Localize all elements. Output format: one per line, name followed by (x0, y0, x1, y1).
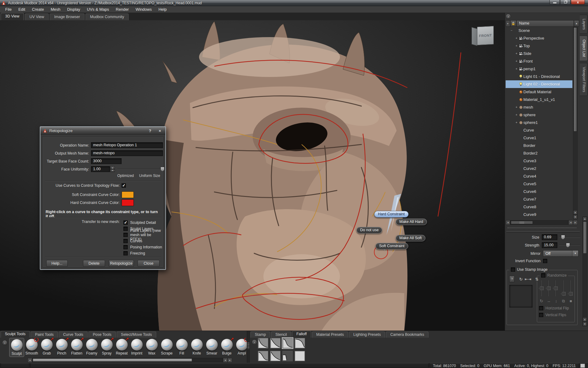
stamp-hflip-icon[interactable]: ⇤⇥ (525, 277, 531, 282)
tab-3d-view[interactable]: 3D View (1, 13, 24, 20)
tree-expander[interactable]: − (510, 29, 513, 32)
menu-help[interactable]: Help (155, 6, 170, 12)
tree-expander[interactable]: + (515, 113, 518, 117)
tree-expander[interactable]: + (515, 44, 518, 48)
checkbox-posing-information[interactable] (123, 245, 128, 249)
tree-scroll-left-button[interactable]: ◂ (506, 220, 510, 225)
hard-constraint-color-swatch[interactable] (122, 199, 134, 206)
falloff-preset-5[interactable] (258, 351, 268, 361)
checkbox-paint-layers-new-mesh-will-be-ptex[interactable] (123, 233, 128, 237)
falloff-preset-3[interactable] (282, 338, 293, 348)
size-input[interactable]: 0.69 (542, 234, 557, 240)
checkbox-sculpt-layers[interactable] (123, 227, 128, 231)
horizontal-flip-checkbox[interactable] (539, 306, 543, 310)
tree-item-curve3[interactable]: Curve3 (506, 157, 572, 165)
tool-foamy[interactable]: Foamy (84, 338, 99, 357)
checkbox-freezing[interactable] (123, 251, 128, 255)
falloff-preset-4[interactable] (295, 338, 305, 348)
tree-item-persp1[interactable]: +persp1 (506, 65, 572, 73)
tab-curve-tools[interactable]: Curve Tools (59, 332, 88, 338)
presets-expand-button[interactable]: › (252, 339, 257, 345)
size-slider[interactable] (559, 234, 580, 240)
randomize-slider-5[interactable] (569, 280, 571, 296)
tree-item-curve1[interactable]: Curve1 (506, 134, 572, 142)
tool-flatten[interactable]: ↗Flatten (69, 338, 84, 357)
menu-windows[interactable]: Windows (132, 6, 155, 12)
tab-uv-view[interactable]: UV View (25, 13, 49, 20)
tree-expander[interactable]: + (515, 36, 518, 40)
tree-header-button[interactable]: ▸ (506, 20, 510, 27)
vertical-flips-checkbox[interactable] (539, 313, 543, 317)
tree-item-curve9[interactable]: Curve9 (506, 211, 572, 218)
tree-item-curve2[interactable]: Curve2 (506, 165, 572, 172)
tree-item-perspective[interactable]: +Perspective (506, 34, 572, 42)
chevron-down-icon[interactable]: ▼ (572, 251, 578, 256)
checkbox-sculpted-detail[interactable] (123, 220, 128, 225)
tab-image-browser[interactable]: Image Browser (50, 13, 85, 20)
tree-expander[interactable]: + (515, 52, 518, 55)
tool-smooth[interactable]: Smooth (24, 338, 39, 357)
tool-sculpt[interactable]: Sculpt (9, 338, 24, 357)
stamp-preview-box[interactable] (509, 285, 533, 308)
tab-pose-tools[interactable]: Pose Tools (89, 332, 116, 338)
properties-scroll-up-button-2[interactable]: ▲ (583, 317, 587, 321)
tree-item-material-1-u1-v1[interactable]: Material_1_u1_v1 (506, 96, 572, 103)
panel-splitter[interactable] (507, 228, 576, 228)
tool-grab[interactable]: ↗Grab (39, 338, 54, 357)
close-button[interactable]: Close (138, 260, 160, 267)
tree-scroll-up-button[interactable]: ▲ (574, 20, 579, 27)
operation-name-input[interactable]: mesh Retopo Operation 1 (91, 142, 163, 148)
tools-scroll-left-button-2[interactable]: ◂ (223, 358, 228, 362)
menu-edit[interactable]: Edit (15, 6, 28, 12)
tree-item-mesh[interactable]: +mesh (506, 103, 572, 111)
tree-item-curve7[interactable]: Curve7 (506, 195, 572, 203)
view-cube-front-face[interactable]: FRONT (477, 26, 494, 45)
help-button[interactable]: Help... (46, 260, 68, 267)
tree-item-side[interactable]: +Side (506, 50, 572, 57)
tree-item-sphere1[interactable]: +sphere1 (506, 119, 572, 126)
output-mesh-name-input[interactable]: mesh-retopo (91, 150, 163, 156)
falloff-preset-2[interactable] (270, 338, 281, 348)
panel-collapse-button[interactable]: › (506, 14, 511, 19)
tool-wax[interactable]: Wax (144, 338, 159, 357)
marking-menu-hard-constraint[interactable]: Hard Constraint (374, 211, 409, 217)
randomize-slider-4[interactable] (562, 280, 564, 296)
randomize-slider-1[interactable] (540, 280, 542, 296)
tree-scroll-up-button-2[interactable]: ▲ (573, 210, 577, 214)
marking-menu-make-all-hard[interactable]: Make All Hard (396, 219, 427, 225)
lock-icon[interactable] (510, 20, 516, 27)
tab-lighting-presets[interactable]: Lighting Presets (349, 332, 385, 338)
stamp-browse-button[interactable]: ? (509, 276, 514, 282)
randomize-slider-2[interactable] (547, 280, 549, 296)
face-uniformity-spinner[interactable]: ▲▼ (110, 166, 115, 172)
dialog-help-button[interactable]: ? (147, 128, 153, 133)
side-tab-layers[interactable]: Layers (580, 15, 588, 34)
tree-item-scene[interactable]: −Scene (506, 27, 572, 34)
tray-splitter[interactable] (247, 331, 250, 363)
tab-stencil[interactable]: Stencil (271, 332, 291, 338)
properties-scrollbar[interactable]: ▲ ▲ ▼ (582, 217, 587, 326)
face-uniformity-slider[interactable] (117, 166, 164, 172)
tree-item-curve6[interactable]: Curve6 (506, 188, 572, 195)
menu-display[interactable]: Display (64, 6, 84, 12)
target-face-count-input[interactable]: 3000 (91, 158, 122, 164)
tree-item-light-01-directional[interactable]: Light 01 - Directional (506, 73, 572, 80)
marking-menu-make-all-soft[interactable]: Make All Soft (396, 235, 425, 241)
use-curves-checkbox[interactable] (122, 183, 126, 188)
restore-button[interactable] (560, 0, 571, 5)
tree-item-sphere[interactable]: +sphere (506, 111, 572, 119)
retopologize-button[interactable]: Retopologize (109, 260, 134, 267)
properties-scroll-up-button[interactable]: ▲ (583, 217, 587, 221)
minimize-button[interactable] (549, 0, 560, 5)
tree-expander[interactable]: + (515, 59, 518, 63)
dialog-close-button[interactable]: × (157, 128, 163, 133)
tree-expander[interactable]: + (515, 121, 518, 124)
tab-sculpt-tools[interactable]: Sculpt Tools (1, 331, 30, 338)
tool-fill[interactable]: Fill (174, 338, 189, 357)
marking-menu-do-not-use[interactable]: Do not use (356, 227, 382, 233)
delete-button[interactable]: Delete (83, 260, 105, 267)
side-tab-object-list[interactable]: Object List (580, 36, 588, 61)
strength-input[interactable]: 15.00 (542, 242, 557, 248)
mirror-dropdown[interactable]: Off ▼ (543, 250, 579, 257)
tools-scroll-right-button[interactable]: ▸ (228, 358, 232, 362)
